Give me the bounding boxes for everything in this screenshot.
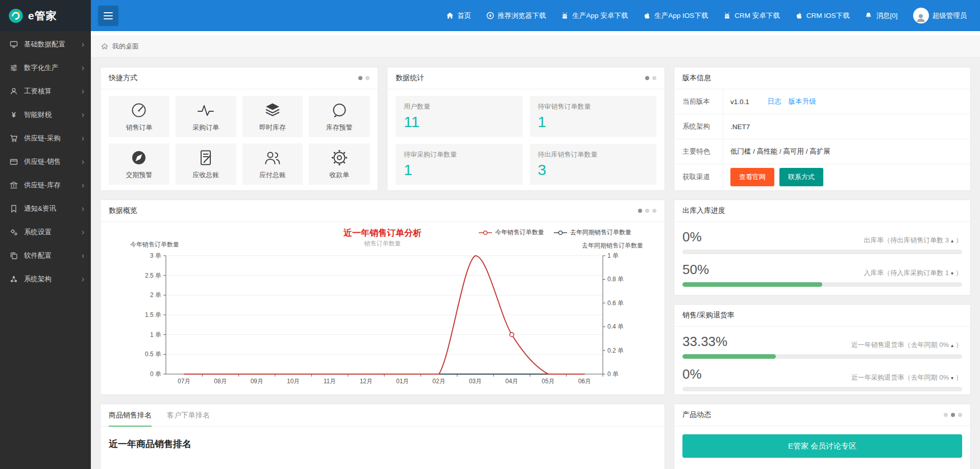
sidebar-item-supply-inventory[interactable]: 供应链-库存 › bbox=[0, 174, 91, 197]
cart-icon bbox=[9, 134, 18, 142]
stat-pending-purchase-orders: 待审采购订单数量 1 bbox=[396, 144, 523, 185]
card-title: 版本信息 bbox=[682, 73, 711, 83]
carousel-dot[interactable] bbox=[365, 76, 370, 80]
statistics-card: 数据统计 用户数量 11 待审销售订单数量 1 待审采购订单数量 1 bbox=[387, 67, 665, 191]
member-forum-button[interactable]: E管家 会员讨论专区 bbox=[682, 434, 962, 458]
chevron-right-icon: › bbox=[82, 64, 84, 72]
nav-item-crm-ios[interactable]: CRM IOS下载 bbox=[795, 11, 850, 20]
shortcut-realtime-inventory[interactable]: 即时库存 bbox=[242, 96, 303, 137]
caret-down-icon[interactable]: ▾ bbox=[951, 375, 953, 381]
ranking-card: 商品销售排名 客户下单排名 近一年商品销售排名 bbox=[100, 404, 665, 469]
right-axis-name: 去年同期销售订单数量 bbox=[582, 241, 643, 250]
shortcut-inventory-alert[interactable]: 库存预警 bbox=[309, 96, 370, 137]
official-site-button[interactable]: 查看官网 bbox=[730, 168, 774, 186]
sidebar-item-digital-production[interactable]: 数字化生产 › bbox=[0, 56, 91, 80]
table-row: 系统架构 .NET7 bbox=[674, 114, 970, 139]
contact-button[interactable]: 联系方式 bbox=[779, 168, 823, 186]
bank-icon bbox=[9, 181, 18, 189]
svg-text:05月: 05月 bbox=[542, 378, 554, 385]
brand-logo: e管家 bbox=[0, 0, 91, 31]
returns-rate-card: 销售/采购退货率 33.33% 近一年销售退货率（去年同期 0%▴） 0% 近一… bbox=[674, 304, 971, 395]
caret-up-icon[interactable]: ▴ bbox=[951, 342, 953, 348]
carousel-dot[interactable] bbox=[638, 209, 642, 213]
chevron-right-icon: › bbox=[82, 228, 84, 236]
carousel-dot[interactable] bbox=[652, 209, 656, 213]
legend-entry[interactable]: 今年销售订单数量 bbox=[478, 228, 544, 237]
nav-item-home[interactable]: 首页 bbox=[446, 11, 471, 20]
hamburger-icon bbox=[104, 12, 113, 19]
nav-item-user[interactable]: 超级管理员 bbox=[913, 8, 967, 23]
nav-item-prod-app-ios[interactable]: 生产App IOS下载 bbox=[643, 11, 708, 20]
chevron-right-icon: › bbox=[82, 158, 84, 166]
svg-text:3 单: 3 单 bbox=[150, 252, 161, 259]
carousel-dot[interactable] bbox=[645, 76, 649, 80]
arch-value: .NET7 bbox=[730, 123, 750, 131]
document-edit-icon bbox=[197, 149, 215, 167]
svg-text:0.4 单: 0.4 单 bbox=[607, 323, 624, 330]
svg-text:1 单: 1 单 bbox=[607, 252, 619, 259]
logo-text: e管家 bbox=[28, 9, 57, 23]
nav-item-messages[interactable]: 消息[0] bbox=[865, 11, 897, 20]
progress-bar bbox=[682, 282, 962, 287]
user-icon bbox=[9, 87, 18, 95]
top-strip bbox=[91, 31, 980, 35]
sidebar-item-smart-tax[interactable]: ¥ 智能财税 › bbox=[0, 103, 91, 127]
sidebar-item-software-config[interactable]: 软件配置 › bbox=[0, 244, 91, 267]
shortcut-payable-ledger[interactable]: 应付总账 bbox=[242, 143, 303, 185]
legend-entry[interactable]: 去年同期销售订单数量 bbox=[553, 228, 631, 237]
svg-text:02月: 02月 bbox=[432, 378, 445, 385]
sidebar-item-payroll[interactable]: 工资核算 › bbox=[0, 80, 91, 103]
sidebar-item-system-architecture[interactable]: 系统架构 › bbox=[0, 267, 91, 291]
tab-product-sales-ranking[interactable]: 商品销售排名 bbox=[109, 404, 152, 426]
svg-text:12月: 12月 bbox=[360, 378, 373, 385]
ranking-heading: 近一年商品销售排名 bbox=[101, 427, 665, 461]
sidebar-item-system-settings[interactable]: 系统设置 › bbox=[0, 220, 91, 244]
tab-customer-order-ranking[interactable]: 客户下单排名 bbox=[167, 404, 210, 426]
svg-text:0 单: 0 单 bbox=[150, 371, 161, 378]
gear-icon bbox=[330, 149, 349, 167]
chevron-right-icon: › bbox=[82, 134, 84, 142]
carousel-dot[interactable] bbox=[944, 413, 948, 417]
nav-label: 首页 bbox=[457, 11, 471, 20]
statistics-grid: 用户数量 11 待审销售订单数量 1 待审采购订单数量 1 待出库销售订单数量 … bbox=[387, 89, 665, 191]
nav-item-crm-android[interactable]: CRM 安卓下载 bbox=[723, 11, 780, 20]
shortcut-receipt[interactable]: 收款单 bbox=[309, 143, 370, 185]
upgrade-link[interactable]: 版本升级 bbox=[789, 97, 816, 106]
sidebar-item-base-data-config[interactable]: 基础数据配置 › bbox=[0, 33, 91, 56]
chevron-right-icon: › bbox=[82, 275, 84, 283]
nav-label: 生产App 安卓下载 bbox=[572, 11, 628, 20]
percent-value: 0% bbox=[682, 229, 702, 245]
sidebar-item-supply-sales[interactable]: 供应链-销售 › bbox=[0, 150, 91, 174]
sidebar-item-supply-purchase[interactable]: 供应链-采购 › bbox=[0, 127, 91, 150]
svg-text:0.6 单: 0.6 单 bbox=[607, 300, 624, 307]
chart-subtitle: 销售订单数量 bbox=[109, 239, 656, 248]
stat-pending-sales-orders: 待审销售订单数量 1 bbox=[530, 96, 657, 137]
apple-icon bbox=[795, 12, 803, 19]
shortcut-purchase-order[interactable]: 采购订单 bbox=[176, 96, 236, 137]
progress-row-sales-returns: 33.33% 近一年销售退货率（去年同期 0%▴） bbox=[682, 334, 962, 359]
shortcut-sales-order[interactable]: 销售订单 bbox=[109, 96, 169, 137]
carousel-dot[interactable] bbox=[645, 209, 649, 213]
carousel-dot[interactable] bbox=[951, 413, 955, 417]
version-value: v1.0.1 bbox=[730, 98, 749, 106]
changelog-link[interactable]: 日志 bbox=[768, 97, 781, 106]
nav-item-prod-app-android[interactable]: 生产App 安卓下载 bbox=[561, 11, 628, 20]
shortcuts-card: 快捷方式 销售订单 采购订单 即时库存 bbox=[100, 67, 378, 191]
overview-card: 数据概览 近一年销售订单分析 销售订单数量 今年销售订单数量 今年销售订单数量 bbox=[100, 200, 665, 395]
carousel-dot[interactable] bbox=[358, 76, 362, 80]
nav-item-browser-download[interactable]: 推荐浏览器下载 bbox=[486, 11, 546, 20]
svg-text:10月: 10月 bbox=[287, 378, 300, 385]
caret-down-icon[interactable]: ▾ bbox=[951, 270, 953, 276]
shortcut-receivable-ledger[interactable]: 应收总账 bbox=[176, 143, 236, 185]
sidebar-toggle-button[interactable] bbox=[98, 6, 118, 26]
carousel-dot[interactable] bbox=[958, 413, 962, 417]
table-row: 获取渠道 查看官网 联系方式 bbox=[674, 164, 970, 189]
carousel-dot[interactable] bbox=[652, 76, 656, 80]
sidebar-item-notice-news[interactable]: 通知&资讯 › bbox=[0, 197, 91, 220]
caret-up-icon[interactable]: ▴ bbox=[951, 238, 953, 243]
svg-text:1.5 单: 1.5 单 bbox=[145, 311, 161, 318]
yen-icon: ¥ bbox=[9, 111, 18, 118]
shortcut-delivery-alert[interactable]: 交期预警 bbox=[109, 143, 169, 185]
home-outline-icon bbox=[101, 43, 108, 50]
stat-users: 用户数量 11 bbox=[396, 96, 523, 137]
